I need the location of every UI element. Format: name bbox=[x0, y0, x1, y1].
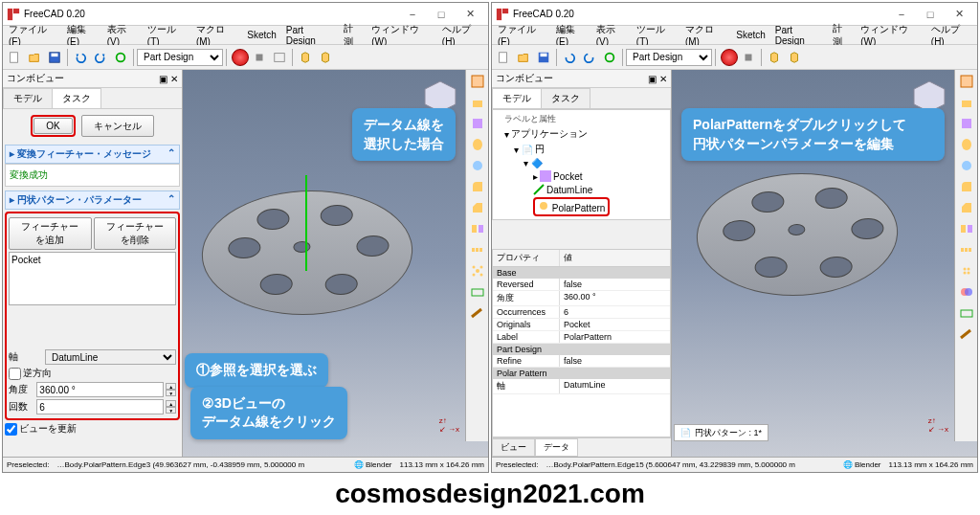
prop-originals[interactable]: Pocket bbox=[560, 319, 670, 330]
undo-icon[interactable] bbox=[560, 48, 579, 67]
tree-body[interactable]: ▾ 🔷 bbox=[495, 157, 668, 169]
open-icon[interactable] bbox=[514, 48, 533, 67]
3d-viewport[interactable]: データム線を選択した場合 ①参照を選択を選ぶ ②3Dビューのデータム線をクリック… bbox=[183, 70, 488, 457]
fillet-icon[interactable] bbox=[957, 177, 976, 196]
update-view-checkbox[interactable] bbox=[5, 423, 17, 436]
tab-view[interactable]: ビュー bbox=[492, 438, 535, 457]
tab-model[interactable]: モデル bbox=[3, 88, 53, 108]
panel-close-icon[interactable]: ▣ ✕ bbox=[159, 74, 178, 84]
count-down-icon[interactable]: ▼ bbox=[166, 407, 176, 414]
hole-icon[interactable] bbox=[957, 156, 976, 175]
tab-model[interactable]: モデル bbox=[492, 88, 542, 108]
hole-icon[interactable] bbox=[468, 156, 487, 175]
refresh-icon[interactable] bbox=[600, 48, 619, 67]
workbench-selector[interactable]: Part Design bbox=[626, 49, 712, 66]
part-icon[interactable] bbox=[765, 48, 784, 67]
new-icon[interactable] bbox=[5, 48, 24, 67]
linear-pattern-icon[interactable] bbox=[957, 240, 976, 259]
menu-partdesign[interactable]: Part Design bbox=[771, 23, 827, 48]
axis-select[interactable]: DatumLine bbox=[45, 349, 176, 365]
record-macro-icon[interactable] bbox=[232, 49, 249, 66]
menu-sketch[interactable]: Sketch bbox=[243, 28, 280, 42]
tree-pocket[interactable]: ▸ Pocket bbox=[495, 169, 668, 183]
polar-pattern-icon[interactable] bbox=[957, 261, 976, 280]
add-feature-button[interactable]: フィーチャーを追加 bbox=[9, 217, 92, 250]
datum-plane-icon[interactable] bbox=[957, 303, 976, 323]
nav-style[interactable]: 🌐 Blender bbox=[354, 460, 392, 469]
reverse-checkbox[interactable] bbox=[9, 368, 21, 380]
part-icon-2[interactable] bbox=[316, 48, 335, 67]
count-input[interactable] bbox=[36, 399, 164, 414]
3d-viewport[interactable]: PolarPatternをダブルクリックして円状パターンパラメーターを編集 📄 … bbox=[672, 70, 977, 457]
stop-macro-icon[interactable] bbox=[250, 48, 269, 67]
prop-angle[interactable]: 360.00 ° bbox=[560, 291, 670, 305]
sketch-icon[interactable] bbox=[468, 72, 487, 91]
pocket-icon[interactable] bbox=[957, 114, 976, 133]
angle-up-icon[interactable]: ▲ bbox=[166, 383, 176, 390]
count-up-icon[interactable]: ▲ bbox=[166, 400, 176, 407]
pad-icon[interactable] bbox=[468, 93, 487, 112]
tab-task[interactable]: タスク bbox=[541, 88, 590, 108]
fillet-icon[interactable] bbox=[468, 177, 487, 196]
datum-line[interactable] bbox=[305, 175, 307, 271]
linear-pattern-icon[interactable] bbox=[468, 240, 487, 259]
angle-input[interactable] bbox=[36, 382, 164, 397]
menu-sketch[interactable]: Sketch bbox=[732, 28, 769, 42]
save-icon[interactable] bbox=[534, 48, 553, 67]
tab-data[interactable]: データ bbox=[535, 438, 578, 457]
prop-axis[interactable]: DatumLine bbox=[560, 379, 670, 393]
mirror-icon[interactable] bbox=[468, 219, 487, 238]
revolve-icon[interactable] bbox=[957, 135, 976, 154]
polar-param-header[interactable]: ▸ 円状パターン・パラメーター⌃ bbox=[5, 190, 180, 210]
record-macro-icon[interactable] bbox=[721, 49, 738, 66]
chamfer-icon[interactable] bbox=[468, 198, 487, 217]
transform-msg-header[interactable]: ▸ 変換フィーチャー・メッセージ⌃ bbox=[5, 145, 180, 164]
svg-rect-45 bbox=[969, 248, 971, 252]
polar-pattern-icon[interactable] bbox=[468, 261, 487, 280]
refresh-icon[interactable] bbox=[111, 48, 130, 67]
open-icon[interactable] bbox=[25, 48, 44, 67]
redo-icon[interactable] bbox=[580, 48, 599, 67]
prop-reversed[interactable]: false bbox=[560, 279, 670, 290]
measure-icon[interactable] bbox=[468, 303, 487, 323]
pocket-icon[interactable] bbox=[468, 114, 487, 133]
mirror-icon[interactable] bbox=[957, 219, 976, 238]
panel-close-icon[interactable]: ▣ ✕ bbox=[648, 74, 667, 84]
cancel-button[interactable]: キャンセル bbox=[81, 115, 154, 137]
tree-document[interactable]: ▾ 📄 円 bbox=[495, 142, 668, 157]
part-icon-2[interactable] bbox=[785, 48, 804, 67]
combo-view-panel: コンボビュー▣ ✕ モデル タスク ラベルと属性 ▾ アプリケーション ▾ 📄 … bbox=[492, 70, 672, 457]
remove-feature-button[interactable]: フィーチャーを削除 bbox=[94, 217, 177, 250]
prop-label[interactable]: PolarPattern bbox=[560, 331, 670, 343]
part-icon[interactable] bbox=[296, 48, 315, 67]
workbench-selector[interactable]: Part Design bbox=[137, 49, 223, 66]
tree-datumline[interactable]: DatumLine bbox=[495, 183, 668, 196]
stop-macro-icon[interactable] bbox=[739, 48, 758, 67]
chamfer-icon[interactable] bbox=[957, 198, 976, 217]
ok-button[interactable]: OK bbox=[33, 118, 72, 134]
measure-icon[interactable] bbox=[957, 325, 976, 344]
part-disc[interactable] bbox=[693, 173, 902, 296]
save-icon[interactable] bbox=[45, 48, 64, 67]
svg-point-12 bbox=[473, 139, 482, 150]
tree-application[interactable]: ▾ アプリケーション bbox=[495, 126, 668, 142]
nav-style[interactable]: 🌐 Blender bbox=[843, 460, 881, 469]
undo-icon[interactable] bbox=[71, 48, 90, 67]
datum-plane-icon[interactable] bbox=[468, 282, 487, 302]
prop-refine[interactable]: false bbox=[560, 355, 670, 367]
macros-icon[interactable] bbox=[270, 48, 289, 67]
prop-occurrences[interactable]: 6 bbox=[560, 306, 670, 318]
redo-icon[interactable] bbox=[91, 48, 110, 67]
tree-polarpattern[interactable]: PolarPattern bbox=[495, 196, 668, 217]
document-tab[interactable]: 📄 円状パターン : 1* bbox=[674, 424, 768, 441]
menu-partdesign[interactable]: Part Design bbox=[282, 23, 338, 48]
pad-icon[interactable] bbox=[957, 93, 976, 112]
angle-down-icon[interactable]: ▼ bbox=[166, 390, 176, 396]
feature-list[interactable]: Pocket bbox=[9, 252, 176, 305]
new-icon[interactable] bbox=[494, 48, 513, 67]
tab-task[interactable]: タスク bbox=[52, 88, 101, 108]
boolean-icon[interactable] bbox=[957, 282, 976, 302]
part-disc[interactable] bbox=[197, 190, 416, 315]
revolve-icon[interactable] bbox=[468, 135, 487, 154]
sketch-icon[interactable] bbox=[957, 72, 976, 91]
